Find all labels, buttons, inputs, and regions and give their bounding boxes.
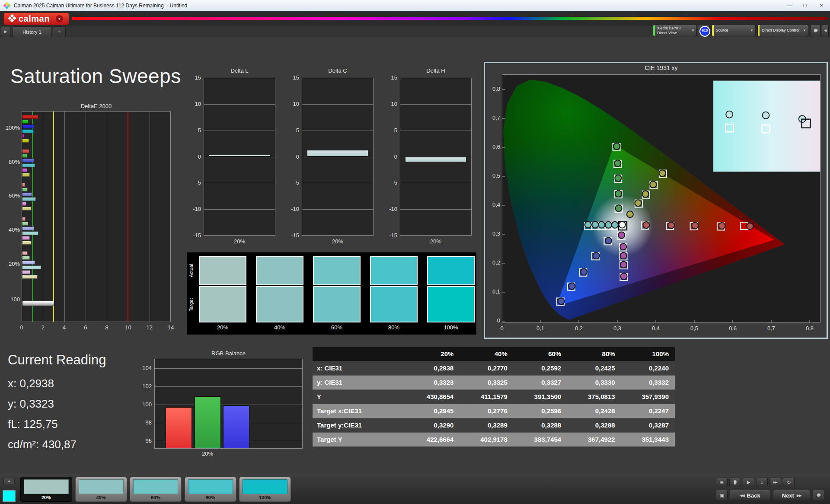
deltae-x-tick-label: 8 [100, 324, 113, 331]
source-status-stripe [712, 25, 714, 36]
table-column-header: 60% [514, 347, 561, 361]
next-button[interactable]: Next ▶▶ [773, 490, 810, 501]
deltae-bar-40%-yellow [22, 241, 32, 245]
cie-measured-point [719, 223, 725, 229]
display-control-dropdown[interactable]: Direct Display Control ▼ [757, 25, 808, 36]
deltae-bar-20%-green [22, 256, 30, 260]
cie-x-tick-label: 0,1 [532, 325, 549, 332]
table-cell: 0,3332 [621, 375, 669, 389]
tab-scroll-button[interactable]: ▶ [1, 27, 10, 36]
delta_h-y-tick-label: 15 [384, 74, 397, 81]
table-cell: 0,2945 [406, 404, 453, 418]
deltae-x-tick-label: 2 [36, 324, 49, 331]
deltae-bar-80%-cyan [22, 163, 35, 167]
deltae-bar-100%-green [22, 120, 29, 124]
calman-menu-button[interactable]: calman ▼ [3, 13, 69, 25]
deltae-bar-80%-red [22, 149, 29, 153]
back-button[interactable]: ◀◀ Back [730, 490, 770, 501]
tab-history-1[interactable]: History 1 [12, 26, 52, 37]
gear-icon [812, 27, 819, 34]
delta_c-gridline [302, 183, 373, 183]
back-label: Back [747, 492, 760, 499]
deltae-bar-20%-magenta [22, 270, 30, 274]
table-cell: 0,3323 [406, 375, 453, 389]
cie-x-tick-label: 0,8 [801, 325, 818, 332]
table-column-header: 40% [460, 347, 507, 361]
fast-forward-button[interactable]: ▶▶ [769, 478, 781, 487]
refresh-button[interactable]: ↻ [783, 478, 795, 487]
table-cell: 0,3289 [460, 418, 507, 432]
cie-y-tick-label: 0 [485, 317, 500, 324]
meter-dropdown[interactable]: X-Rite i1Pro 3Direct View ▼ [653, 25, 697, 36]
deltae-bar-80%-green [22, 154, 28, 158]
deltae-bar-40%-magenta [22, 236, 30, 240]
target-swatch-100% [427, 286, 475, 322]
collapse-panel-button[interactable]: ◀ [822, 25, 829, 36]
table-cell: 0,3288 [567, 418, 615, 432]
table-cell: 402,9178 [460, 432, 507, 447]
cie-x-tick-label: 0 [493, 325, 511, 332]
table-cell: 357,9390 [621, 389, 669, 404]
target-patch-20%[interactable]: 20% [20, 477, 72, 502]
close-button[interactable]: × [814, 0, 829, 11]
cie-chromaticity-diagram [502, 74, 820, 323]
rewind-icon: ◀◀ [740, 494, 744, 498]
source-dropdown[interactable]: Source ▼ [712, 25, 756, 36]
table-cell: 0,2776 [460, 404, 507, 418]
cie-measured-point [642, 191, 648, 197]
deltae-bar-60%-green [22, 188, 28, 191]
deltae-ref-line-3 [53, 112, 54, 322]
deltae-group-label: 100% [1, 124, 20, 131]
deltae-bar-40%-cyan [22, 231, 38, 235]
minimize-button[interactable]: — [782, 0, 797, 11]
cie-measured-point [620, 262, 627, 268]
table-row-label: Target Y [317, 432, 406, 447]
eye-toggle-button[interactable]: ◉ [716, 478, 728, 487]
deltae-bar-20%-blue [22, 261, 35, 265]
table-row-label: Y [317, 389, 406, 404]
deltae-chart-title: DeltaE 2000 [22, 103, 171, 110]
maximize-button[interactable]: □ [797, 0, 813, 11]
cie-measured-point [568, 283, 575, 289]
table-cell: 0,3327 [514, 375, 561, 389]
home-button[interactable]: ⌂ [756, 478, 768, 487]
cie-measured-point [659, 170, 666, 176]
delta_h-gridline [400, 131, 471, 131]
play-button[interactable]: ▶ [743, 478, 754, 487]
target-patch-60%[interactable]: 60% [130, 477, 182, 502]
settings-button[interactable] [810, 25, 820, 36]
target-patch-100%[interactable]: 100% [239, 477, 291, 502]
add-tab-button[interactable]: + [53, 26, 66, 37]
delta_l-y-tick-label: 5 [188, 127, 201, 134]
next-label: Next [782, 492, 794, 499]
delta_c-gridline [302, 104, 373, 105]
brand-bar: calman ▼ [0, 11, 830, 26]
cie-x-tick-label: 0,3 [609, 325, 626, 332]
delta_h-y-tick-label: -5 [384, 179, 397, 186]
current-reading-cdm2: cd/m²: 430,87 [8, 438, 77, 451]
deltae-bar-80%-yellow [22, 173, 30, 177]
delta_l-x-label: 20% [204, 238, 275, 245]
delete-readings-button[interactable] [729, 478, 741, 487]
table-row-label: Target y:CIE31 [317, 418, 406, 432]
cie-y-tick-label: 0,6 [485, 144, 500, 150]
table-cell: 375,0813 [567, 389, 615, 404]
target-patch-80%[interactable]: 80% [185, 477, 236, 502]
delta_c-y-tick-label: 0 [286, 153, 299, 160]
target-patch-40%[interactable]: 40% [75, 477, 127, 502]
cie-measured-point [668, 222, 674, 229]
deltae-bar-100%-magenta [22, 134, 24, 138]
cie-measured-point [581, 269, 587, 275]
delta_c-gridline [302, 131, 373, 131]
frame-select-button[interactable]: ▣ [716, 490, 728, 501]
source-dropdown-label: Source [716, 28, 728, 33]
deltae-bar-100%-yellow [22, 139, 29, 143]
cie-y-tick-label: 0,4 [485, 201, 500, 208]
target-swatch-60% [313, 286, 361, 322]
bottom-settings-button[interactable] [813, 490, 824, 501]
swatch-level-label: 60% [313, 323, 361, 332]
collapse-up-button[interactable]: ▲ [3, 478, 15, 484]
delta_h-y-tick-label: 5 [384, 127, 397, 134]
inset-measured-point [726, 111, 733, 118]
meter-badge-segment: 615 [698, 25, 710, 36]
